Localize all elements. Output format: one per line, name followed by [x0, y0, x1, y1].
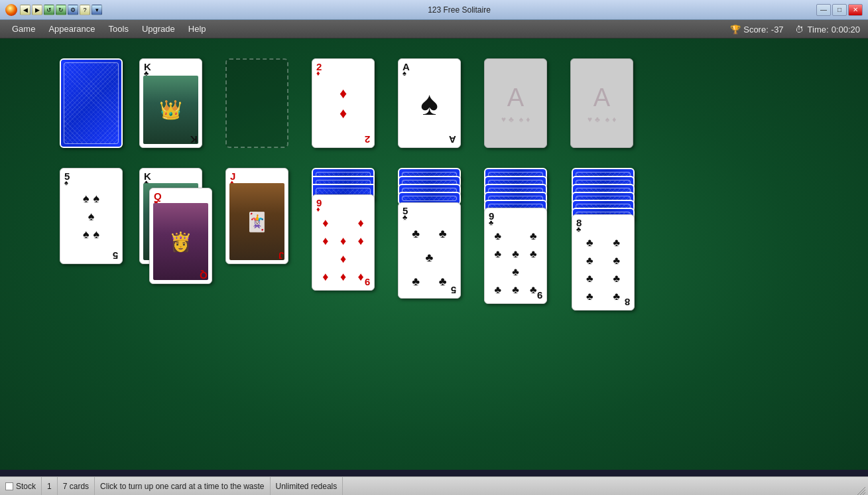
stock-icon — [5, 482, 13, 490]
stock-pile[interactable] — [60, 58, 123, 148]
status-redeals-text: Unlimited redeals — [276, 482, 338, 491]
card-center: ♠ — [420, 84, 438, 123]
tableau-col4-9diamonds[interactable]: 9 ♦ ♦♦ ♦♦♦ ♦ ♦♦♦ 9 — [312, 194, 375, 291]
score-icon: 🏆 — [730, 24, 741, 35]
menu-appearance[interactable]: Appearance — [42, 21, 101, 36]
game-area[interactable]: K ♣ 👑 K 2 ♦ ♦ ♦ 2 A ♠ ♠ A A ♥♣ ♠♦ — [0, 38, 868, 470]
rank-bot: J — [279, 251, 284, 261]
tableau-col6-9clubs[interactable]: 9 ♣ ♣♣ ♣♣♣ ♣ ♣♣♣ 9 — [484, 208, 547, 304]
card-back-pattern — [64, 62, 119, 144]
suit-top: ♠ — [403, 70, 406, 77]
gray-ace-1: A ♥♣ ♠♦ — [501, 83, 530, 123]
tableau-col7-8clubs[interactable]: 8 ♣ ♣♣ ♣♣ ♣♣ ♣♣ 8 — [572, 214, 635, 311]
suit-top: ♦ — [316, 206, 320, 213]
queen-figure: 👸 — [153, 203, 208, 280]
rank-bot: 9 — [365, 277, 370, 287]
status-redeals: Unlimited redeals — [271, 477, 343, 495]
rank-bot: 5 — [113, 251, 118, 261]
waste-card-king-clubs[interactable]: K ♣ 👑 K — [139, 58, 202, 148]
tableau-col2-queen[interactable]: Q ♥ 👸 Q — [149, 188, 212, 284]
app-icon — [5, 4, 17, 16]
close-button[interactable]: ✕ — [848, 4, 863, 16]
rank-bot: 9 — [537, 291, 542, 301]
suit-top: ♣ — [489, 219, 493, 226]
time-value: 0:00:20 — [832, 25, 860, 35]
jack-figure: 🃏 — [229, 183, 284, 260]
toolbar-btn-redo[interactable]: ↻ — [56, 5, 66, 15]
status-count-value: 1 — [47, 482, 52, 491]
title-bar: ◀ ▶ ↺ ↻ ⚙ ? ▾ 123 Free Solitaire — □ ✕ — [0, 0, 868, 20]
suit-top: ♣ — [576, 226, 581, 233]
time-icon: ⏱ — [794, 24, 805, 35]
svg-line-1 — [863, 492, 865, 495]
title-bar-left: ◀ ▶ ↺ ↻ ⚙ ? ▾ — [5, 4, 102, 16]
suit-top: ♠ — [64, 179, 68, 186]
tableau-col1-5spades[interactable]: 5 ♠ ♠♠ ♠ ♠♠ 5 — [60, 168, 123, 264]
rank-bot: A — [449, 135, 456, 145]
toolbar-btn-back[interactable]: ◀ — [20, 5, 31, 15]
resize-handle[interactable] — [855, 477, 868, 495]
gray-ace-2: A ♥♣ ♠♦ — [588, 83, 617, 123]
card-2-diamonds[interactable]: 2 ♦ ♦ ♦ 2 — [312, 58, 375, 148]
time-display: ⏱ Time: 0:00:20 — [794, 24, 860, 35]
toolbar-btn-undo[interactable]: ↺ — [44, 5, 54, 15]
menu-upgrade[interactable]: Upgrade — [135, 21, 182, 36]
status-hint-text: Click to turn up one card at a time to t… — [100, 482, 264, 491]
score-label: Score: — [743, 25, 769, 35]
jack-face: 🃏 — [229, 183, 284, 260]
window-title: 123 Free Solitaire — [102, 5, 816, 15]
foundation-ace-spades[interactable]: A ♠ ♠ A — [398, 58, 461, 148]
toolbar-btn-help[interactable]: ? — [80, 5, 90, 15]
foundation-gray-1[interactable]: A ♥♣ ♠♦ — [484, 58, 547, 148]
status-count: 1 — [42, 477, 58, 495]
queen-face: 👸 — [153, 203, 208, 280]
status-stock-label: Stock — [16, 482, 36, 491]
maximize-button[interactable]: □ — [832, 4, 847, 16]
card-pips: ♦ ♦ — [340, 85, 347, 122]
svg-line-0 — [860, 490, 865, 495]
score-bar: 🏆 Score: -37 ⏱ Time: 0:00:20 — [730, 20, 868, 38]
rank-bot: K — [190, 135, 198, 145]
rank-bot: 2 — [365, 135, 370, 145]
menu-tools[interactable]: Tools — [102, 21, 135, 36]
time-label: Time: — [808, 25, 829, 35]
menu-help[interactable]: Help — [182, 21, 213, 36]
score-display: 🏆 Score: -37 — [730, 24, 783, 35]
rank-bot: 8 — [625, 297, 630, 307]
toolbar-btn-forward[interactable]: ▶ — [32, 5, 42, 15]
minimize-button[interactable]: — — [816, 4, 831, 16]
toolbar-buttons: ◀ ▶ ↺ ↻ ⚙ ? ▾ — [20, 5, 102, 15]
tableau-col3-jack[interactable]: J ♦ 🃏 J — [225, 168, 288, 264]
status-bar: Stock 1 7 cards Click to turn up one car… — [0, 476, 868, 495]
window-controls: — □ ✕ — [816, 4, 863, 16]
status-hint: Click to turn up one card at a time to t… — [95, 477, 270, 495]
rank-bot: 5 — [451, 285, 456, 295]
menu-game[interactable]: Game — [5, 21, 42, 36]
empty-slot-3 — [225, 58, 288, 148]
score-value: -37 — [771, 25, 784, 35]
suit-top: ♦ — [316, 70, 320, 77]
toolbar-btn-more[interactable]: ▾ — [92, 5, 102, 15]
tableau-col5-5clubs[interactable]: 5 ♣ ♣♣ ♣ ♣♣ 5 — [398, 202, 461, 299]
status-stock: Stock — [0, 477, 42, 495]
menu-bar: Game Appearance Tools Upgrade Help 🏆 Sco… — [0, 20, 868, 38]
status-cards: 7 cards — [58, 477, 95, 495]
status-cards-value: 7 cards — [63, 482, 89, 491]
toolbar-btn-settings[interactable]: ⚙ — [68, 5, 78, 15]
suit-top: ♣ — [403, 214, 407, 221]
rank-bot: Q — [200, 271, 208, 281]
foundation-gray-2[interactable]: A ♥♣ ♠♦ — [570, 58, 633, 148]
